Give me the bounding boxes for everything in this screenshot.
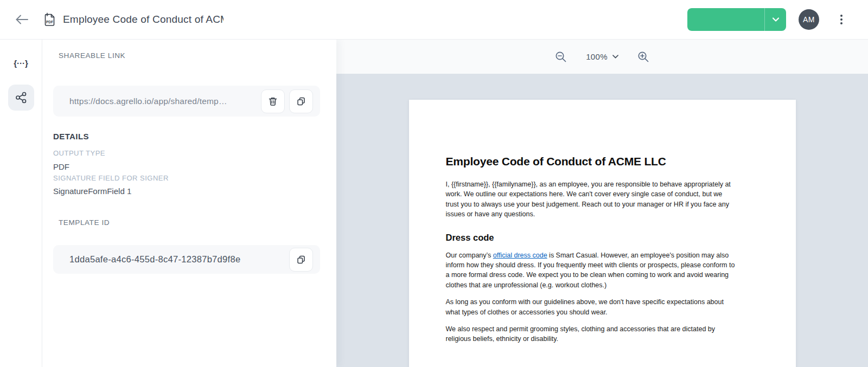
copy-icon — [296, 254, 307, 265]
chevron-down-icon — [612, 55, 618, 59]
pdf-file-icon: PDF — [42, 11, 56, 28]
back-button[interactable] — [13, 11, 30, 28]
rail-item-template-fields[interactable]: {···} — [8, 50, 34, 76]
zoom-level-value: 100% — [586, 52, 608, 61]
doc-paragraph-grooming: We also respect and permit grooming styl… — [446, 324, 735, 344]
signature-field-label: SIGNATURE FIELD FOR SIGNER — [53, 174, 169, 182]
use-template-dropdown-button[interactable] — [764, 8, 786, 31]
zoom-out-button[interactable] — [552, 48, 570, 66]
details-heading: DETAILS — [53, 132, 89, 141]
top-bar: PDF Employee Code of Conduct of ACME LLC… — [0, 0, 868, 40]
template-id-value[interactable]: 1dda5afe-a4c6-455d-8c47-12387b7d9f8e — [69, 254, 289, 265]
document-page: Employee Code of Conduct of ACME LLC I, … — [409, 100, 796, 367]
copy-icon — [296, 96, 307, 107]
share-icon — [14, 91, 28, 105]
user-avatar[interactable]: AM — [799, 9, 819, 30]
doc-paragraph-intro: I, {{firstname}}, {{familyname}}, as an … — [446, 179, 735, 220]
template-id-label: TEMPLATE ID — [59, 218, 110, 227]
copy-template-id-button[interactable] — [289, 248, 313, 272]
use-template-split-button: USE TEMPLATE — [687, 8, 786, 31]
shareable-link-url[interactable]: https://docs.agrello.io/app/shared/temp… — [69, 96, 261, 106]
doc-paragraph-guidelines: As long as you conform with our guidelin… — [446, 297, 735, 317]
viewer-toolbar: 100% — [336, 40, 868, 74]
zoom-in-icon — [637, 50, 650, 63]
doc-heading: Employee Code of Conduct of ACME LLC — [446, 155, 735, 168]
chevron-down-icon — [773, 17, 779, 22]
rail-item-share-active[interactable] — [8, 85, 34, 111]
page-scroll-area[interactable]: Employee Code of Conduct of ACME LLC I, … — [336, 74, 868, 367]
left-icon-rail: {···} — [0, 40, 42, 367]
zoom-out-icon — [554, 50, 567, 63]
shareable-link-field: https://docs.agrello.io/app/shared/temp… — [53, 86, 320, 117]
output-type-label: OUTPUT TYPE — [53, 149, 105, 157]
copy-link-button[interactable] — [289, 89, 313, 113]
output-type-value: PDF — [53, 162, 69, 171]
share-panel: SHAREABLE LINK https://docs.agrello.io/a… — [42, 40, 336, 367]
more-options-button[interactable] — [838, 12, 845, 27]
braces-fields-icon: {···} — [14, 59, 28, 68]
doc-paragraph-dress-code: Our company’s official dress code is Sma… — [446, 250, 735, 291]
official-dress-code-link[interactable]: official dress code — [493, 252, 547, 259]
main-area: {···} SHAREABLE LINK https://docs.agrell… — [0, 40, 868, 367]
signature-field-value: SignatureFormField 1 — [53, 186, 131, 196]
svg-text:PDF: PDF — [46, 20, 53, 24]
zoom-in-button[interactable] — [635, 48, 652, 66]
use-template-button[interactable]: USE TEMPLATE — [687, 8, 764, 31]
template-id-field: 1dda5afe-a4c6-455d-8c47-12387b7d9f8e — [53, 245, 320, 274]
document-title: Employee Code of Conduct of ACME LLC — [63, 14, 224, 25]
arrow-left-icon — [14, 14, 29, 25]
topbar-actions: USE TEMPLATE AM — [687, 8, 868, 31]
trash-icon — [267, 96, 278, 107]
kebab-menu-icon — [840, 15, 843, 17]
doc-section-heading: Dress code — [446, 233, 735, 243]
shareable-link-label: SHAREABLE LINK — [59, 51, 125, 60]
zoom-level-dropdown[interactable]: 100% — [586, 52, 618, 61]
document-viewer: 100% Employee Code of Conduct of ACME LL… — [336, 40, 868, 367]
delete-link-button[interactable] — [261, 89, 285, 113]
